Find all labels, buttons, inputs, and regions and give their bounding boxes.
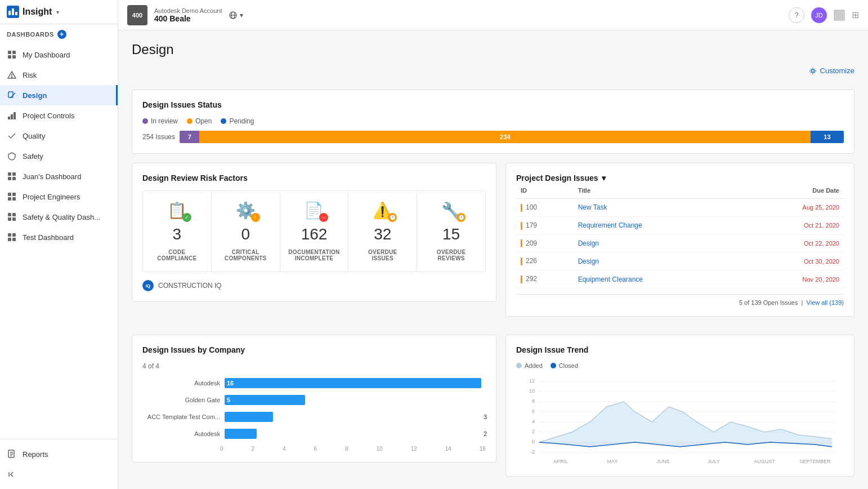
- legend-open: Open: [187, 117, 212, 125]
- bar-wrap: 5: [225, 395, 481, 405]
- svg-point-6: [11, 77, 12, 78]
- col-title: Title: [574, 183, 741, 199]
- svg-rect-26: [12, 233, 16, 237]
- dashboards-label: DASHBOARDS: [7, 31, 54, 38]
- svg-rect-20: [12, 197, 16, 201]
- sidebar-item-safety-quality[interactable]: Safety & Quality Dash...: [0, 207, 118, 227]
- issue-title[interactable]: Requirement Change: [574, 216, 741, 234]
- risk-icon: [7, 70, 17, 80]
- issue-id: 292: [516, 270, 574, 288]
- expand-icon[interactable]: ⊞: [852, 10, 859, 20]
- risk-factor-documentation: 📄 − 162 DOCUMENTATIONINCOMPLETE: [280, 191, 349, 272]
- sidebar-item-juans-dashboard[interactable]: Juan's Dashboard: [0, 166, 118, 186]
- project-design-issues-card: Project Design Issues ▾ ID Title Due Dat…: [505, 163, 854, 317]
- overdue-reviews-label: OVERDUEREVIEWS: [437, 249, 466, 261]
- topbar-right: ? JD ⊞: [789, 7, 859, 23]
- x-tick: 8: [345, 446, 348, 452]
- sidebar: Insight ▾ DASHBOARDS + My Dashboard Risk…: [0, 0, 118, 489]
- svg-rect-15: [8, 177, 11, 180]
- legend-closed: Closed: [551, 362, 578, 369]
- sidebar-item-test-dashboard[interactable]: Test Dashboard: [0, 227, 118, 247]
- notification-button[interactable]: [834, 10, 845, 21]
- issue-title[interactable]: Equipment Clearance: [574, 270, 741, 288]
- trend-legend: Added Closed: [516, 362, 844, 369]
- language-selector[interactable]: ▾: [229, 11, 243, 20]
- x-tick: 10: [377, 446, 383, 452]
- user-avatar[interactable]: JD: [811, 7, 827, 23]
- collapse-icon: [7, 469, 17, 479]
- sidebar-item-reports[interactable]: Reports: [0, 444, 118, 464]
- design-issues-status-title: Design Issues Status: [142, 100, 844, 109]
- code-compliance-icon-area: 📋 ✓: [167, 201, 187, 220]
- issues-bar-row: 254 Issues 7 234 13: [142, 131, 844, 143]
- two-col-row: Design Review Risk Factors 📋 ✓ 3 CODECOM…: [132, 163, 854, 326]
- sidebar-item-label: My Dashboard: [23, 51, 70, 59]
- issue-title[interactable]: Design: [574, 234, 741, 252]
- issue-title[interactable]: New Task: [574, 199, 741, 217]
- col-id: ID: [516, 183, 574, 199]
- sidebar-item-risk[interactable]: Risk: [0, 65, 118, 85]
- in-review-label: In review: [151, 117, 178, 125]
- svg-text:4: 4: [532, 419, 535, 424]
- table-row: 292 Equipment Clearance Nov 20, 2020: [516, 270, 844, 288]
- risk-factor-critical-components: ⚙️ ! 0 CRITICALCOMPONENTS: [212, 191, 280, 272]
- svg-rect-13: [8, 172, 11, 176]
- code-compliance-badge: ✓: [182, 213, 191, 222]
- bar-wrap: 2: [225, 429, 481, 439]
- issue-title[interactable]: Design: [574, 252, 741, 270]
- trend-svg: 12 10 8 6 4 2 0 -2: [516, 376, 844, 466]
- main-content: 400 Autodesk Demo Account 400 Beale ▾ ? …: [118, 0, 868, 489]
- x-tick: 12: [411, 446, 417, 452]
- company-chart-subtitle: 4 of 4: [142, 362, 486, 370]
- view-all-link[interactable]: View all (139): [807, 299, 844, 306]
- x-tick: 14: [445, 446, 451, 452]
- sidebar-item-safety[interactable]: Safety: [0, 146, 118, 166]
- issue-id: 100: [516, 199, 574, 217]
- sidebar-item-label: Project Controls: [23, 112, 74, 120]
- risk-factor-overdue-issues: ⚠️ 🕐 32 OVERDUEISSUES: [348, 191, 417, 272]
- svg-text:SEPTEMBER: SEPTEMBER: [799, 459, 831, 464]
- grid-icon: [7, 50, 17, 60]
- logo-icon: [7, 6, 19, 18]
- add-dashboard-button[interactable]: +: [57, 30, 66, 39]
- reports-icon: [7, 449, 17, 459]
- grid-icon3: [7, 192, 17, 202]
- sidebar-item-my-dashboard[interactable]: My Dashboard: [0, 45, 118, 65]
- svg-rect-1: [12, 51, 16, 54]
- x-tick: 6: [314, 446, 317, 452]
- company-bar-chart: Autodesk 16 Golden Gate 5 ACC Template T…: [142, 378, 486, 439]
- table-row: 226 Design Oct 30, 2020: [516, 252, 844, 270]
- nav-section: My Dashboard Risk Design Project Control…: [0, 45, 118, 439]
- company-chart-card: Design Issues by Company 4 of 4 Autodesk…: [132, 335, 496, 463]
- dropdown-arrow[interactable]: ▾: [56, 9, 59, 15]
- pending-bar: 13: [811, 131, 844, 143]
- trend-chart-area: 12 10 8 6 4 2 0 -2: [516, 376, 844, 466]
- project-design-issues-title[interactable]: Project Design Issues ▾: [516, 174, 844, 183]
- svg-rect-11: [11, 114, 13, 119]
- sidebar-item-quality[interactable]: Quality: [0, 126, 118, 146]
- code-compliance-number: 3: [173, 225, 182, 243]
- sidebar-collapse-button[interactable]: [0, 464, 118, 484]
- bar-wrap: 3: [225, 412, 481, 422]
- account-name: Autodesk Demo Account: [154, 7, 222, 14]
- company-name: Autodesk: [147, 380, 220, 386]
- svg-rect-22: [12, 213, 16, 216]
- sidebar-item-project-controls[interactable]: Project Controls: [0, 105, 118, 126]
- project-name: 400 Beale: [154, 14, 222, 23]
- sidebar-item-project-engineers[interactable]: Project Engineers: [0, 186, 118, 207]
- svg-rect-27: [8, 238, 11, 241]
- in-review-dot: [142, 118, 148, 124]
- overdue-issues-label: OVERDUEISSUES: [368, 249, 397, 261]
- risk-factors-col: Design Review Risk Factors 📋 ✓ 3 CODECOM…: [132, 163, 496, 326]
- sidebar-item-label: Juan's Dashboard: [23, 172, 81, 181]
- svg-text:MAY: MAY: [607, 459, 618, 464]
- customize-button[interactable]: Customize: [809, 66, 854, 75]
- sidebar-item-design[interactable]: Design: [0, 85, 118, 105]
- help-button[interactable]: ?: [789, 7, 804, 23]
- svg-point-37: [811, 69, 814, 72]
- issues-count-label: 5 of 139 Open Issues: [739, 299, 798, 306]
- svg-rect-25: [8, 233, 11, 237]
- sidebar-item-label: Design: [23, 91, 47, 100]
- overdue-reviews-icon-area: 🔧 🕐: [441, 201, 461, 220]
- legend-added: Added: [516, 362, 543, 369]
